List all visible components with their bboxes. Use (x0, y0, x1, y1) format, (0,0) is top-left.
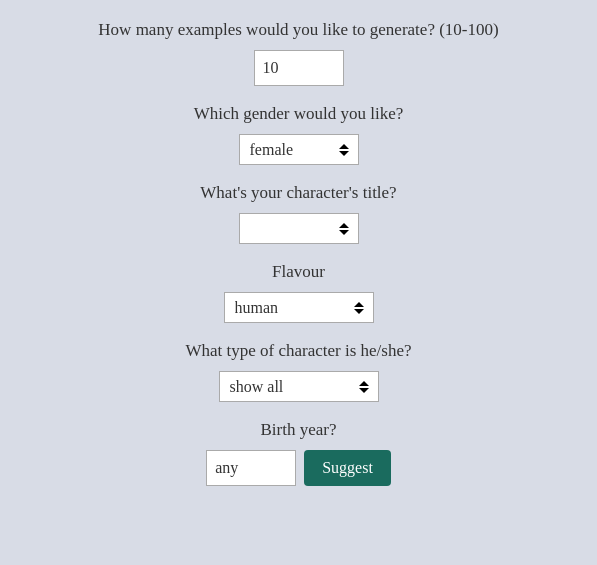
birth-year-label: Birth year? (261, 420, 337, 440)
birth-year-section: Birth year? Suggest (40, 420, 557, 486)
examples-input[interactable] (254, 50, 344, 86)
title-label: What's your character's title? (200, 183, 396, 203)
title-select[interactable]: Mr Mrs Ms Dr Prof (239, 213, 359, 244)
gender-section: Which gender would you like? male female… (40, 104, 557, 165)
birth-year-input[interactable] (206, 450, 296, 486)
examples-section: How many examples would you like to gene… (40, 20, 557, 86)
character-type-section: What type of character is he/she? show a… (40, 341, 557, 402)
title-section: What's your character's title? Mr Mrs Ms… (40, 183, 557, 244)
flavour-section: Flavour human elf dwarf orc halfling (40, 262, 557, 323)
examples-label: How many examples would you like to gene… (98, 20, 498, 40)
flavour-select[interactable]: human elf dwarf orc halfling (224, 292, 374, 323)
birth-year-row: Suggest (206, 450, 391, 486)
gender-label: Which gender would you like? (194, 104, 404, 124)
gender-select[interactable]: male female any (239, 134, 359, 165)
flavour-label: Flavour (272, 262, 325, 282)
character-type-select[interactable]: show all warrior mage rogue cleric (219, 371, 379, 402)
character-type-label: What type of character is he/she? (185, 341, 411, 361)
suggest-button[interactable]: Suggest (304, 450, 391, 486)
